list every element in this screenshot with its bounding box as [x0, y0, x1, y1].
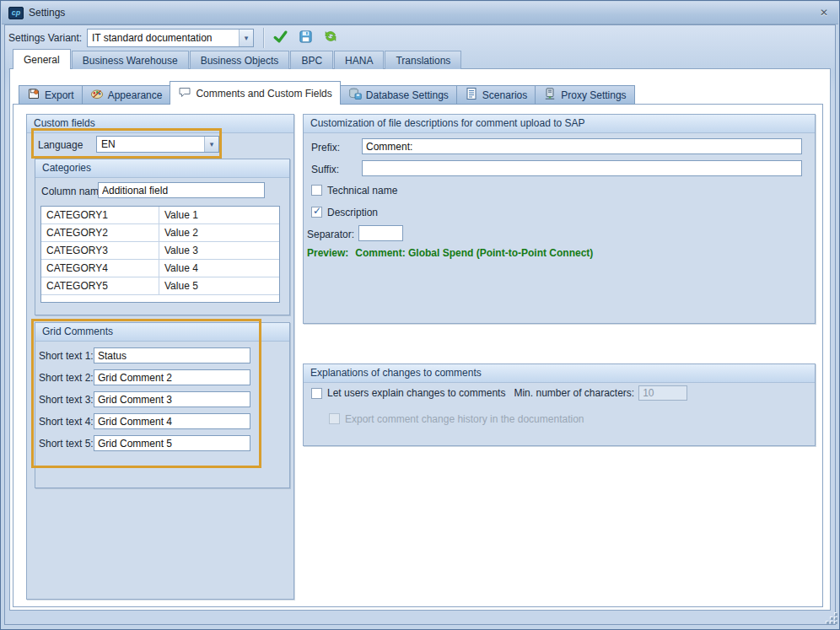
category-cell[interactable]: CATEGORY3 — [41, 242, 159, 259]
chevron-down-icon[interactable]: ▾ — [239, 30, 253, 46]
tab-database-settings[interactable]: Database Settings — [340, 85, 457, 105]
table-row[interactable]: CATEGORY3 Value 3 — [41, 242, 279, 260]
grid-comments-title: Grid Comments — [35, 323, 289, 342]
tab-scenarios-label: Scenarios — [482, 89, 527, 101]
table-row[interactable]: CATEGORY2 Value 2 — [41, 224, 279, 242]
categories-title: Categories — [35, 159, 289, 178]
language-value: EN — [97, 138, 204, 150]
language-select[interactable]: EN ▾ — [96, 136, 219, 153]
customization-title: Customization of file descriptions for c… — [304, 115, 815, 133]
short-text-2-label: Short text 2: — [39, 372, 94, 384]
tab-proxy-label: Proxy Settings — [561, 89, 626, 101]
short-text-1-label: Short text 1: — [39, 350, 94, 362]
database-icon — [348, 87, 362, 103]
tab-comments-label: Comments and Custom Fields — [196, 88, 331, 100]
tab-appearance[interactable]: Appearance — [82, 85, 171, 105]
settings-variant-select[interactable]: IT standard documentation ▾ — [87, 29, 254, 47]
chevron-down-icon[interactable]: ▾ — [204, 137, 218, 152]
custom-fields-title: Custom fields — [27, 115, 293, 133]
app-logo-icon: cp — [8, 7, 24, 19]
apply-button[interactable] — [269, 28, 291, 48]
let-users-label: Let users explain changes to comments — [327, 387, 505, 399]
separator-input[interactable] — [358, 225, 403, 241]
tab-database-label: Database Settings — [366, 89, 449, 101]
tab-business-objects[interactable]: Business Objects — [190, 51, 290, 69]
category-cell[interactable]: CATEGORY4 — [41, 260, 159, 277]
export-history-checkbox — [329, 413, 340, 424]
explanations-title: Explanations of changes to comments — [304, 364, 815, 383]
prefix-input[interactable] — [362, 138, 802, 154]
document-icon — [465, 87, 478, 103]
short-text-5-input[interactable] — [94, 435, 250, 451]
tab-business-warehouse[interactable]: Business Warehouse — [72, 51, 189, 69]
technical-name-checkbox[interactable] — [311, 185, 322, 196]
close-icon[interactable]: ✕ — [817, 6, 831, 19]
resize-grip[interactable] — [826, 612, 838, 625]
main-tab-bar: General Business Warehouse Business Obje… — [13, 49, 462, 69]
tab-comments-and-custom-fields[interactable]: Comments and Custom Fields — [170, 81, 340, 105]
tab-export[interactable]: Export — [19, 85, 83, 105]
short-text-3-label: Short text 3: — [39, 394, 94, 406]
column-name-input[interactable] — [98, 182, 265, 198]
suffix-input[interactable] — [362, 160, 802, 176]
preview-label: Preview: — [307, 247, 348, 259]
title-bar: cp Settings ✕ — [2, 2, 838, 24]
suffix-label: Suffix: — [311, 164, 339, 175]
toolbar-separator — [263, 28, 264, 48]
refresh-button[interactable] — [320, 28, 342, 48]
explanations-group: Explanations of changes to comments — [303, 363, 816, 446]
save-button[interactable] — [294, 28, 316, 48]
categories-table: CATEGORY1 Value 1 CATEGORY2 Value 2 CATE… — [40, 206, 280, 303]
technical-name-label: Technical name — [327, 185, 397, 197]
prefix-label: Prefix: — [311, 142, 340, 153]
speech-bubble-icon — [178, 85, 191, 101]
value-cell[interactable]: Value 4 — [159, 260, 279, 277]
min-chars-input — [638, 385, 687, 401]
value-cell[interactable]: Value 2 — [159, 224, 279, 241]
description-checkbox[interactable] — [311, 207, 322, 218]
let-users-row: Let users explain changes to comments Mi… — [311, 385, 687, 401]
short-text-2-input[interactable] — [94, 369, 250, 385]
tab-proxy-settings[interactable]: Proxy Settings — [535, 85, 634, 105]
value-cell[interactable]: Value 3 — [159, 242, 279, 259]
palette-icon — [90, 87, 104, 103]
category-cell[interactable]: CATEGORY5 — [41, 277, 159, 294]
category-cell[interactable]: CATEGORY1 — [41, 207, 159, 223]
preview-line: Preview:Comment: Global Spend (Point-to-… — [307, 247, 593, 259]
short-text-5-label: Short text 5: — [39, 438, 94, 450]
tab-scenarios[interactable]: Scenarios — [456, 85, 536, 105]
separator-label: Separator: — [307, 229, 354, 240]
refresh-icon — [323, 29, 338, 47]
language-label: Language — [38, 139, 83, 151]
export-history-label: Export comment change history in the doc… — [345, 413, 584, 425]
tab-bpc[interactable]: BPC — [290, 51, 333, 69]
settings-variant-label: Settings Variant: — [8, 32, 82, 44]
check-icon — [272, 29, 288, 48]
tab-general[interactable]: General — [13, 49, 71, 69]
short-text-4-label: Short text 4: — [39, 416, 94, 428]
save-icon — [299, 30, 313, 47]
value-cell[interactable]: Value 1 — [159, 207, 279, 223]
description-label: Description — [327, 207, 378, 218]
tab-hana[interactable]: HANA — [334, 51, 384, 69]
tab-translations[interactable]: Translations — [385, 51, 461, 69]
let-users-checkbox[interactable] — [311, 388, 322, 399]
inner-tab-bar: Export Appearance Comments and Custom Fi… — [19, 81, 634, 105]
short-text-4-input[interactable] — [94, 413, 250, 429]
export-icon — [27, 87, 40, 103]
category-cell[interactable]: CATEGORY2 — [41, 224, 159, 241]
window-title: Settings — [29, 2, 65, 24]
preview-value: Comment: Global Spend (Point-to-Point Co… — [355, 247, 593, 259]
short-text-1-input[interactable] — [94, 347, 250, 363]
settings-variant-value: IT standard documentation — [88, 32, 239, 44]
tab-export-label: Export — [45, 89, 74, 101]
table-row[interactable]: CATEGORY5 Value 5 — [41, 277, 279, 295]
table-row[interactable]: CATEGORY1 Value 1 — [41, 207, 279, 224]
server-icon — [543, 87, 557, 103]
min-chars-label: Min. number of characters: — [514, 387, 634, 399]
settings-window: cp Settings ✕ Settings Variant: IT stand… — [0, 0, 840, 630]
short-text-3-input[interactable] — [94, 391, 250, 407]
table-row[interactable]: CATEGORY4 Value 4 — [41, 260, 279, 277]
tab-appearance-label: Appearance — [108, 89, 163, 101]
value-cell[interactable]: Value 5 — [159, 277, 279, 294]
